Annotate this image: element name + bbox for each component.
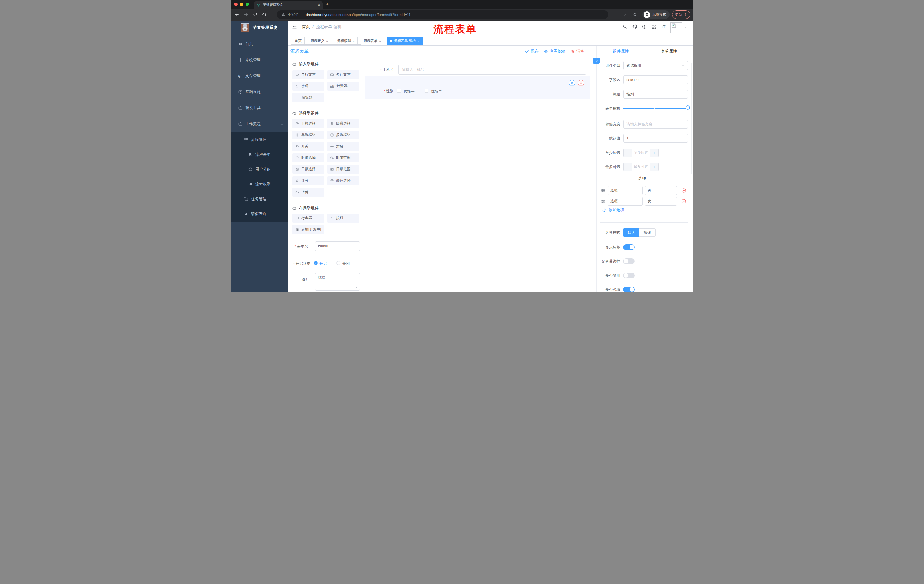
option2-label-input[interactable]	[607, 197, 643, 206]
component-type-select[interactable]: 多选框组	[623, 61, 688, 70]
sidebar-item-leave-query[interactable]: 请假查询	[231, 207, 288, 221]
tag-process-model[interactable]: 流程模型×	[334, 37, 357, 45]
forward-icon[interactable]	[244, 12, 248, 17]
browser-tab[interactable]: 芋道管理系统 ×	[254, 1, 323, 9]
gender-option1-label[interactable]: 选项一	[403, 89, 414, 94]
sidebar-item-devtools[interactable]: 研发工具	[231, 100, 288, 116]
delete-component-button[interactable]	[578, 80, 584, 86]
help-icon[interactable]	[642, 24, 647, 29]
minimize-window-button[interactable]	[240, 3, 243, 6]
palette-item-time-picker[interactable]: 时间选择	[292, 153, 325, 162]
palette-item-select[interactable]: 下拉选择	[292, 119, 325, 128]
maximize-window-button[interactable]	[246, 3, 249, 6]
palette-item-checkbox-group[interactable]: 多选框组	[327, 131, 360, 140]
fullscreen-icon[interactable]	[652, 24, 657, 29]
sidebar-item-process-form[interactable]: 流程表单	[231, 147, 288, 162]
form-remark-textarea[interactable]: 嘿嘿	[315, 273, 360, 291]
style-default-button[interactable]: 默认	[623, 228, 639, 237]
form-name-input[interactable]	[315, 242, 360, 251]
palette-item-counter[interactable]: 123计数器	[327, 82, 360, 90]
gender-option2-label[interactable]: 选项二	[431, 89, 442, 94]
home-icon[interactable]	[262, 12, 267, 17]
caret-down-icon[interactable]	[684, 26, 687, 29]
palette-item-switch[interactable]: 开关	[292, 142, 325, 151]
browser-menu-icon[interactable]	[683, 13, 688, 16]
sidebar-item-process-model[interactable]: 流程模型	[231, 177, 288, 192]
sidebar-item-home[interactable]: 首页	[231, 36, 288, 52]
show-label-toggle[interactable]	[623, 244, 635, 250]
search-icon[interactable]	[622, 24, 627, 29]
palette-item-button[interactable]: 按钮	[327, 214, 360, 222]
password-key-icon[interactable]	[623, 13, 627, 17]
gender-option2-checkbox[interactable]	[424, 89, 428, 92]
tag-process-form[interactable]: 流程表单×	[361, 37, 384, 45]
panel-scrollbar[interactable]	[691, 63, 693, 174]
style-button-button[interactable]: 按钮	[639, 228, 655, 237]
reload-icon[interactable]	[253, 12, 257, 17]
remove-option-icon[interactable]	[681, 199, 686, 204]
binding-link-tag[interactable]	[593, 58, 601, 64]
bookmark-star-icon[interactable]	[632, 12, 637, 17]
slider-handle[interactable]	[686, 105, 690, 110]
increase-button[interactable]: +	[650, 163, 658, 171]
option1-value-input[interactable]	[645, 186, 677, 195]
add-option-button[interactable]: 添加选项	[602, 207, 624, 212]
tag-process-definition[interactable]: 流程定义×	[308, 37, 331, 45]
palette-item-color-picker[interactable]: 颜色选择	[327, 176, 360, 185]
option2-value-input[interactable]	[645, 197, 677, 206]
close-window-button[interactable]	[234, 3, 238, 6]
palette-item-editor[interactable]: 编辑器	[292, 93, 325, 102]
label-width-input[interactable]	[623, 120, 688, 128]
form-grid-slider[interactable]	[623, 108, 688, 109]
sidebar-item-payment[interactable]: ¥ 支付管理	[231, 68, 288, 84]
tags-scrollbar[interactable]	[291, 44, 361, 45]
palette-item-radio-group[interactable]: 单选框组	[292, 131, 325, 140]
clear-button[interactable]: 清空	[571, 49, 584, 54]
palette-item-multi-text[interactable]: 多行文本	[327, 70, 360, 79]
sidebar-logo[interactable]: 芋道管理系统	[231, 21, 288, 35]
avatar[interactable]	[670, 22, 682, 33]
hamburger-icon[interactable]	[292, 24, 297, 30]
sidebar-item-infra[interactable]: 基础设施	[231, 84, 288, 100]
field-name-input[interactable]	[623, 76, 688, 84]
max-select-placeholder[interactable]: 最多可选	[632, 163, 650, 171]
increase-button[interactable]: +	[650, 149, 658, 157]
palette-item-single-text[interactable]: 单行文本	[292, 70, 325, 79]
tag-home[interactable]: 首页	[292, 37, 305, 45]
decrease-button[interactable]: −	[624, 149, 632, 157]
palette-item-table[interactable]: 表格[开发中]	[292, 225, 325, 234]
sidebar-item-system[interactable]: 系统管理	[231, 52, 288, 68]
tab-form-props[interactable]: 表单属性	[645, 46, 693, 57]
tab-component-props[interactable]: 组件属性	[597, 46, 645, 57]
sidebar-item-workflow[interactable]: 工作流程	[231, 116, 288, 132]
sidebar-item-process-mgmt[interactable]: 流程管理	[231, 132, 288, 147]
font-size-icon[interactable]: ᴛT	[661, 24, 665, 29]
sidebar-item-task-mgmt[interactable]: 任务管理	[231, 192, 288, 207]
view-json-button[interactable]: 查看json	[544, 49, 565, 54]
status-on-radio[interactable]	[314, 261, 318, 265]
decrease-button[interactable]: −	[624, 163, 632, 171]
sidebar-item-user-group[interactable]: 用户分组	[231, 162, 288, 177]
breadcrumb-home[interactable]: 首页	[302, 24, 310, 30]
palette-item-date-picker[interactable]: 日期选择	[292, 165, 325, 174]
close-icon[interactable]: ×	[353, 39, 354, 43]
new-tab-button[interactable]: +	[326, 2, 329, 7]
address-bar[interactable]: 不安全 dashboard.yudao.iocoder.cn/bpm/manag…	[277, 10, 608, 19]
status-on-label[interactable]: 开启	[319, 261, 327, 266]
palette-item-row-container[interactable]: 行容器	[292, 214, 325, 222]
github-icon[interactable]	[632, 24, 637, 29]
update-button[interactable]: 更新	[672, 10, 690, 19]
palette-item-cascader[interactable]: 级联选择	[327, 119, 360, 128]
default-value-input[interactable]	[623, 134, 688, 143]
min-select-placeholder[interactable]: 至少应选	[632, 149, 650, 157]
copy-component-button[interactable]	[569, 80, 575, 86]
tab-close-icon[interactable]: ×	[318, 3, 320, 7]
close-icon[interactable]: ×	[379, 39, 381, 43]
drag-handle-icon[interactable]	[601, 199, 606, 204]
palette-item-upload[interactable]: 上传	[292, 188, 325, 197]
with-border-toggle[interactable]	[623, 258, 635, 264]
close-icon[interactable]: ×	[417, 39, 419, 43]
palette-item-rate[interactable]: 评分	[292, 176, 325, 185]
security-label[interactable]: 不安全	[288, 12, 299, 17]
required-toggle[interactable]	[623, 286, 635, 292]
